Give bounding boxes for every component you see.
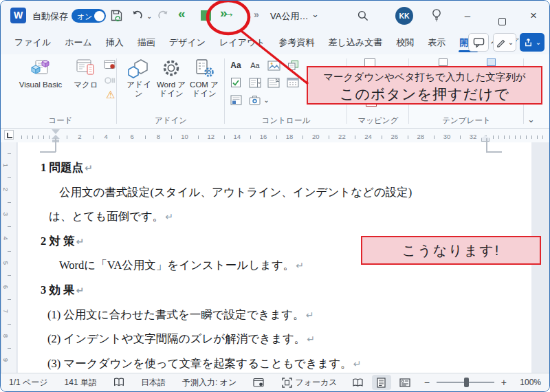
combobox-control-button[interactable] xyxy=(248,76,263,89)
return-mark: ↵ xyxy=(353,358,362,369)
collapse-ribbon-icon[interactable]: ⌄ xyxy=(527,114,535,124)
paragraph[interactable]: 公用文の書式設定(スタイル、アウトライン、インデントなどの設定) xyxy=(1,180,549,205)
ruler-tick xyxy=(43,135,44,139)
return-mark: ↵ xyxy=(307,334,315,345)
visual-basic-button[interactable]: Visual Basic xyxy=(14,58,67,89)
comments-button[interactable] xyxy=(468,33,489,52)
group-label-addins: アドイン xyxy=(118,116,224,126)
ruler-tick xyxy=(276,135,277,139)
tab-デザイン[interactable]: デザイン xyxy=(162,31,212,54)
status-bar: 1/1 ページ 141 単語 日本語 予測入力: オン フォーカス − xyxy=(1,373,549,391)
com-addins-button[interactable]: COM アドイン xyxy=(189,58,219,98)
paragraph-text: (3) マークダウンを使って文章を起案することもできます。 xyxy=(47,357,352,370)
ruler-tick xyxy=(198,135,199,139)
ruler-tick xyxy=(119,135,120,139)
document-template-icon[interactable] xyxy=(439,58,448,66)
legacy-tools-button[interactable] xyxy=(228,93,243,107)
checkbox-control-button[interactable] xyxy=(228,76,243,89)
zoom-slider[interactable] xyxy=(437,382,494,383)
first-line-indent-marker[interactable] xyxy=(52,129,60,134)
tab-ホーム[interactable]: ホーム xyxy=(58,31,99,54)
paragraph[interactable]: は、とても面倒です。↵ xyxy=(1,204,549,229)
design-mode-button[interactable]: ⌄ xyxy=(248,93,271,107)
tab-表示[interactable]: 表示 xyxy=(421,31,452,54)
avatar[interactable]: KK xyxy=(395,7,413,25)
group-code: Visual Basic マクロ ⚠ コード xyxy=(5,54,116,128)
undo-dropdown-icon[interactable]: ⌄ xyxy=(146,12,152,20)
zoom-out-button[interactable]: − xyxy=(423,377,431,388)
tab-描画[interactable]: 描画 xyxy=(131,31,162,54)
group-label-controls: コントロール xyxy=(226,116,346,126)
paragraph[interactable]: (3) マークダウンを使って文章を起案することもできます。↵ xyxy=(1,351,549,376)
paragraph[interactable]: 3 効 果↵ xyxy=(1,278,549,303)
dropdown-list-control-button[interactable] xyxy=(266,76,281,89)
addins-button[interactable]: アドイン xyxy=(126,58,152,98)
record-macro-icon[interactable] xyxy=(104,59,116,73)
print-layout-button[interactable] xyxy=(372,375,391,390)
macro-record-status-icon[interactable] xyxy=(253,378,265,388)
ruler-tick xyxy=(408,135,408,139)
qat-green-square-icon[interactable] xyxy=(201,10,211,21)
ruler-number: 18 xyxy=(286,133,294,140)
qat-overflow-icon[interactable]: » xyxy=(254,8,259,21)
language-indicator[interactable]: 日本語 xyxy=(141,377,166,389)
share-button[interactable]: ⌄ xyxy=(520,33,544,52)
maximize-button[interactable] xyxy=(490,6,514,25)
ruler-tick xyxy=(542,135,543,139)
close-button[interactable]: × xyxy=(522,6,545,25)
word-addins-button[interactable]: Word アドイン xyxy=(156,58,186,98)
com-addin-icon xyxy=(194,58,214,78)
document-text[interactable]: 1 問題点↵公用文の書式設定(スタイル、アウトライン、インデントなどの設定)は、… xyxy=(1,155,549,375)
warning-icon[interactable]: ⚠ xyxy=(106,89,115,100)
word-logo-icon[interactable]: W xyxy=(10,8,26,23)
group-label-template: テンプレート xyxy=(410,116,523,126)
tab-ファイル[interactable]: ファイル xyxy=(8,31,58,54)
title-bar: W 自動保存 オン ⌄ « →» » VA公用… ⌄ KK – × xyxy=(1,1,549,31)
autosave-toggle[interactable]: オン xyxy=(72,9,106,23)
read-mode-button[interactable] xyxy=(349,375,368,390)
ruler-tick xyxy=(302,135,303,139)
focus-mode-button[interactable]: フォーカス xyxy=(282,377,338,389)
macros-button[interactable]: マクロ xyxy=(71,58,101,89)
page-indicator[interactable]: 1/1 ページ xyxy=(9,377,48,389)
proofing-icon[interactable] xyxy=(113,378,124,387)
picture-control-button[interactable] xyxy=(266,58,281,72)
return-mark: ↵ xyxy=(76,285,85,296)
tab-差し込み文書[interactable]: 差し込み文書 xyxy=(322,31,390,54)
word-window: W 自動保存 オン ⌄ « →» » VA公用… ⌄ KK – × xyxy=(0,0,550,392)
rich-text-control-button[interactable]: Aa xyxy=(228,58,243,72)
ruler-tick xyxy=(329,135,329,139)
paragraph-text: Wordに「VA公用文」をインストールします。 xyxy=(59,259,294,272)
editing-mode-button[interactable]: ⌄ xyxy=(493,33,516,52)
visual-basic-icon xyxy=(30,58,52,78)
paragraph[interactable]: (1) 公用文に合わせた書式を一瞬で設定できます。↵ xyxy=(1,303,549,327)
tab-参考資料[interactable]: 参考資料 xyxy=(272,31,322,54)
plain-text-control-button[interactable]: Aa xyxy=(248,58,263,72)
tab-校閲[interactable]: 校閲 xyxy=(389,31,421,54)
word-count[interactable]: 141 単語 xyxy=(65,377,97,389)
title-chevron-icon[interactable]: ⌄ xyxy=(311,9,319,19)
ime-prediction[interactable]: 予測入力: オン xyxy=(182,377,236,389)
building-block-control-button[interactable] xyxy=(285,58,300,72)
zoom-slider-thumb[interactable] xyxy=(464,378,469,387)
paragraph[interactable]: (2) インデントや文字間隔のズレが解消できます。↵ xyxy=(1,327,549,351)
ruler-number: 16 xyxy=(260,133,267,140)
zoom-in-button[interactable]: + xyxy=(500,377,508,388)
document-panel-icon[interactable] xyxy=(487,58,496,66)
document-title[interactable]: VA公用… xyxy=(270,10,308,23)
paragraph[interactable]: 1 問題点↵ xyxy=(1,155,549,180)
focus-label: フォーカス xyxy=(296,377,338,389)
tab-レイアウト[interactable]: レイアウト xyxy=(212,31,272,54)
qat-double-back-icon[interactable]: « xyxy=(178,7,186,20)
h-ruler-scale: 2468101214161820222426283032 xyxy=(1,129,549,142)
return-mark: ↵ xyxy=(165,211,173,222)
tab-挿入[interactable]: 挿入 xyxy=(99,31,131,54)
crop-mark-topleft-h xyxy=(40,151,56,153)
ruler-tick xyxy=(32,135,33,139)
minimize-button[interactable]: – xyxy=(456,6,479,25)
group-label-code: コード xyxy=(5,116,116,126)
web-layout-button[interactable] xyxy=(395,375,415,390)
zoom-level[interactable]: 100% xyxy=(515,378,541,387)
paragraph-text: 3 効 果 xyxy=(41,283,75,296)
datepicker-control-button[interactable] xyxy=(285,76,300,89)
